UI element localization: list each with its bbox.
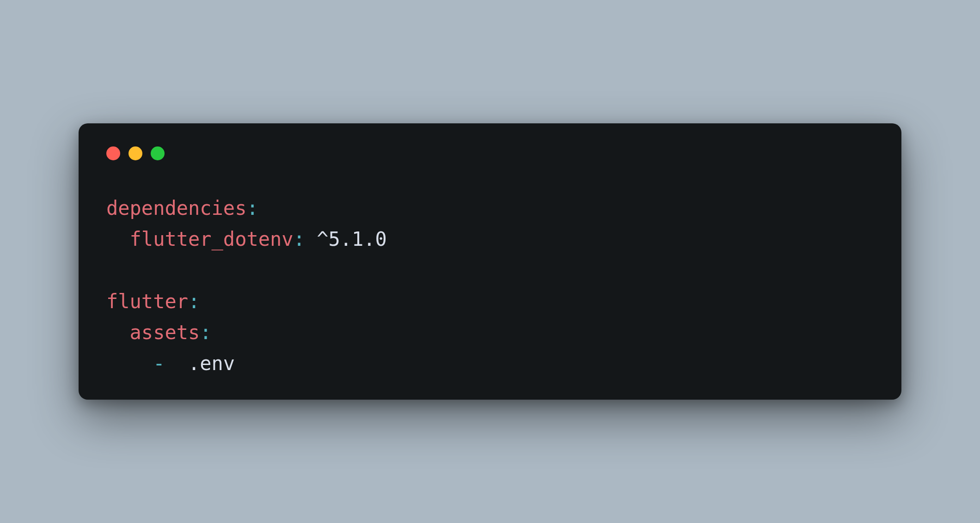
window-controls xyxy=(106,146,874,160)
yaml-key: dependencies xyxy=(106,197,246,219)
yaml-colon: : xyxy=(246,197,258,219)
yaml-dash: - xyxy=(106,352,177,375)
yaml-key: flutter_dotenv xyxy=(106,228,294,250)
yaml-value: ^5.1.0 xyxy=(317,228,387,250)
yaml-key: assets xyxy=(106,321,200,344)
minimize-icon[interactable] xyxy=(129,146,142,160)
yaml-colon: : xyxy=(200,321,211,344)
yaml-colon: : xyxy=(188,290,200,313)
yaml-key: flutter xyxy=(106,290,188,313)
yaml-colon: : xyxy=(294,228,317,250)
code-window: dependencies: flutter_dotenv: ^5.1.0 flu… xyxy=(79,123,901,400)
close-icon[interactable] xyxy=(106,146,120,160)
code-block: dependencies: flutter_dotenv: ^5.1.0 flu… xyxy=(106,193,874,379)
maximize-icon[interactable] xyxy=(151,146,165,160)
yaml-value: .env xyxy=(177,352,235,375)
